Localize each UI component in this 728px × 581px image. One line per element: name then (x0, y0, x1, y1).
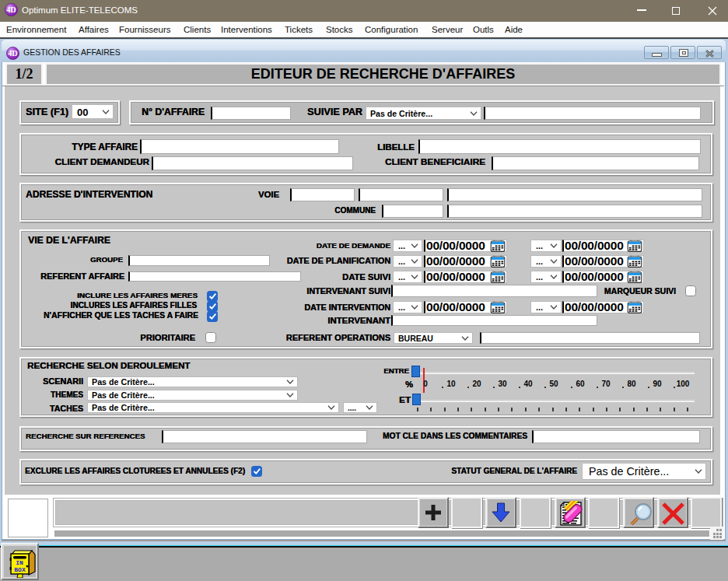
svg-text:IN: IN (16, 559, 23, 566)
svg-text:4D: 4D (8, 49, 17, 58)
svg-text:4D: 4D (6, 5, 16, 14)
svg-text:BOX: BOX (14, 566, 26, 573)
